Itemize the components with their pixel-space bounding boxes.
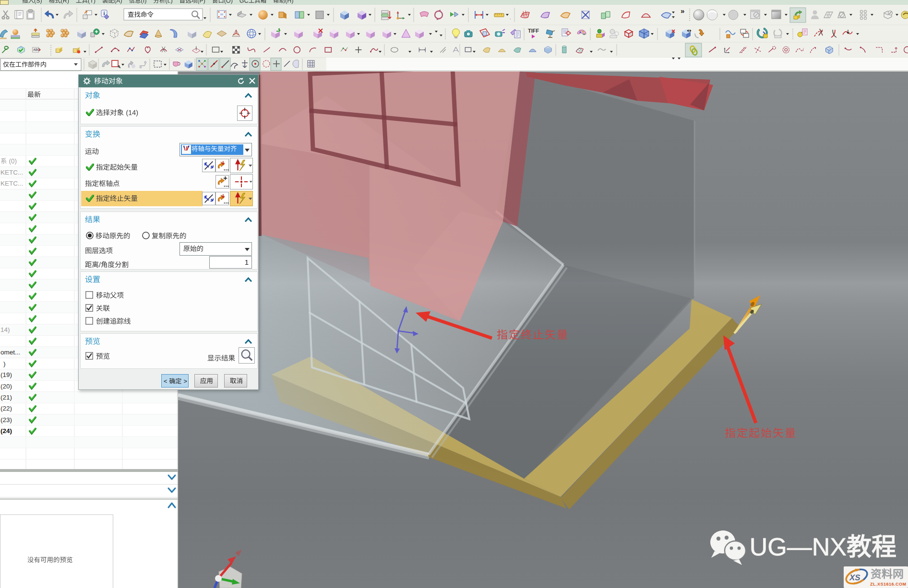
svg-text:(23): (23) — [0, 416, 12, 423]
svg-text:): ) — [3, 360, 6, 367]
svg-text:ABC: ABC — [33, 48, 40, 51]
svg-text:(19): (19) — [0, 371, 12, 378]
svg-text:.: . — [510, 15, 511, 20]
svg-text:14): 14) — [0, 326, 10, 333]
svg-text:i: i — [103, 11, 105, 16]
svg-text:KETC...: KETC... — [0, 169, 23, 176]
svg-text:TIFF: TIFF — [528, 28, 539, 34]
svg-text:(22): (22) — [0, 405, 12, 412]
svg-text:»: » — [681, 7, 684, 15]
svg-text:(24): (24) — [0, 427, 12, 435]
svg-text:omet...: omet... — [0, 349, 20, 356]
svg-text:XS: XS — [849, 573, 860, 582]
svg-text:ZL.XS1616.COM: ZL.XS1616.COM — [870, 582, 907, 587]
svg-text:KETC...: KETC... — [0, 180, 23, 187]
svg-text:(21): (21) — [0, 394, 12, 401]
svg-text:(20): (20) — [0, 383, 12, 390]
